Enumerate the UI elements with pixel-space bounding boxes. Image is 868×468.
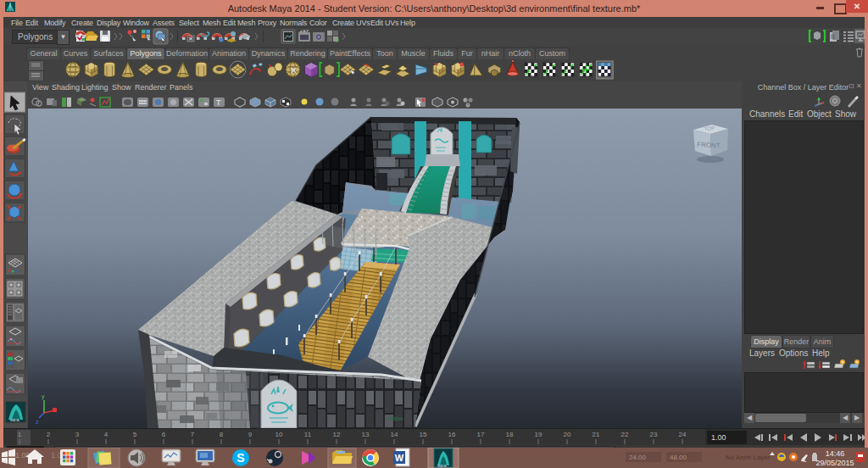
svg-text:1.0: 1.0 bbox=[51, 451, 62, 460]
svg-text:9: 9 bbox=[248, 431, 253, 438]
svg-text:15: 15 bbox=[420, 431, 427, 438]
svg-text:1: 1 bbox=[18, 431, 22, 438]
svg-text:W: W bbox=[395, 453, 404, 463]
svg-text:23: 23 bbox=[650, 431, 658, 438]
svg-text:5: 5 bbox=[133, 431, 137, 438]
svg-text:10: 10 bbox=[275, 431, 283, 438]
svg-text:24: 24 bbox=[679, 431, 687, 438]
svg-text:17: 17 bbox=[477, 431, 485, 438]
svg-text:12: 12 bbox=[333, 431, 341, 438]
svg-text:TOP: TOP bbox=[704, 125, 715, 131]
svg-text:y: y bbox=[42, 393, 45, 400]
svg-text:8: 8 bbox=[220, 431, 224, 438]
svg-text:6: 6 bbox=[162, 431, 166, 438]
svg-text:24.00: 24.00 bbox=[629, 454, 647, 461]
svg-text:S: S bbox=[236, 451, 244, 465]
svg-text:FRONT: FRONT bbox=[697, 141, 721, 149]
svg-text:16: 16 bbox=[448, 431, 456, 438]
svg-text:4: 4 bbox=[104, 431, 108, 438]
svg-text:7: 7 bbox=[191, 431, 195, 438]
svg-text:No Anim Layer: No Anim Layer bbox=[726, 454, 771, 461]
svg-text:MAYA: MAYA bbox=[10, 418, 19, 422]
svg-text:19: 19 bbox=[535, 431, 542, 438]
svg-text:18: 18 bbox=[506, 431, 514, 438]
svg-text:T: T bbox=[216, 98, 221, 107]
svg-text:3: 3 bbox=[75, 431, 80, 438]
svg-text:13: 13 bbox=[362, 431, 370, 438]
svg-text:MAYA: MAYA bbox=[437, 464, 447, 468]
svg-text:2: 2 bbox=[47, 431, 51, 438]
svg-text:21: 21 bbox=[593, 431, 600, 438]
svg-text:1.00: 1.00 bbox=[711, 433, 726, 442]
svg-text:22: 22 bbox=[621, 431, 629, 438]
svg-text:14:46: 14:46 bbox=[826, 449, 845, 458]
svg-text:14: 14 bbox=[391, 431, 398, 438]
svg-text:29/05/2015: 29/05/2015 bbox=[815, 459, 854, 467]
svg-text:11: 11 bbox=[304, 431, 312, 438]
svg-text:20: 20 bbox=[564, 431, 571, 438]
svg-text:z: z bbox=[36, 419, 39, 425]
svg-text:48.00: 48.00 bbox=[670, 454, 687, 461]
